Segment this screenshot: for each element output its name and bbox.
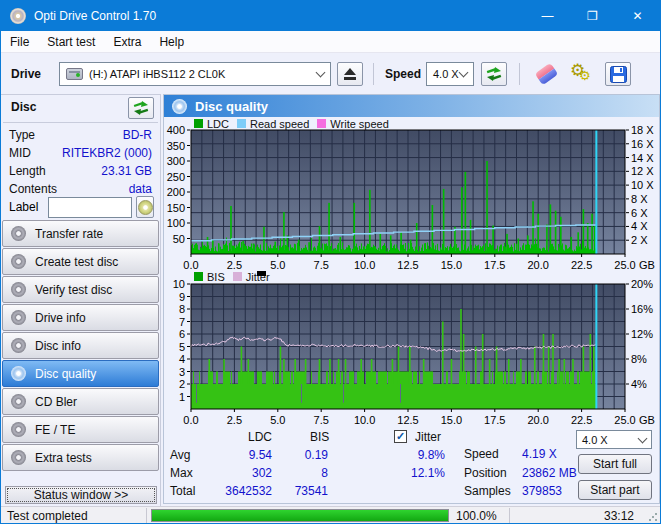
jitter-legend-swatch [233, 272, 242, 281]
samples-stat-value: 379853 [522, 484, 562, 498]
svg-text:4 X: 4 X [631, 220, 648, 232]
status-text: Test completed [7, 508, 88, 524]
refresh-button[interactable] [481, 62, 507, 86]
disc-field-value: 23.31 GB [101, 164, 152, 178]
settings-button[interactable]: ⚙⚙ [567, 61, 597, 87]
drive-icon [66, 68, 83, 80]
sidebar-item-label: Transfer rate [35, 227, 103, 241]
sidebar-item-verify-test-disc[interactable]: Verify test disc [2, 276, 159, 303]
write-speed-legend-swatch [317, 119, 326, 128]
sidebar-item-label: CD Bler [35, 395, 77, 409]
menu-extra[interactable]: Extra [104, 32, 150, 52]
status-window-button[interactable]: Status window >> [5, 486, 157, 504]
resize-grip[interactable] [648, 512, 658, 522]
disc-field-value: RITEKBR2 (000) [62, 146, 152, 160]
cd-icon [11, 254, 26, 269]
close-button[interactable]: ✕ [615, 1, 660, 31]
stat-row-label: Total [170, 484, 195, 498]
start-full-button[interactable]: Start full [578, 454, 652, 474]
toolbar-separator [373, 63, 374, 85]
sidebar-item-label: Disc info [35, 339, 81, 353]
cd-icon [11, 394, 26, 409]
legend-label: Write speed [330, 118, 389, 130]
sidebar-nav: Transfer rateCreate test discVerify test… [1, 219, 160, 471]
cd-icon [11, 226, 26, 241]
menu-help[interactable]: Help [150, 32, 193, 52]
sidebar-item-drive-info[interactable]: Drive info [2, 304, 159, 331]
sidebar-item-extra-tests[interactable]: Extra tests [2, 444, 159, 471]
toolbar-separator [519, 63, 520, 85]
menu-start-test[interactable]: Start test [38, 32, 104, 52]
app-window: Opti Drive Control 1.70 — ❐ ✕ FileStart … [0, 0, 661, 524]
svg-text:5.0: 5.0 [270, 414, 285, 426]
svg-text:15.0: 15.0 [441, 414, 462, 426]
svg-text:2 X: 2 X [631, 234, 648, 246]
bis-chart-plot: 123456789104%8%12%16%20%0.02.55.07.510.0… [164, 270, 659, 427]
svg-text:4%: 4% [631, 378, 647, 390]
eject-icon [344, 68, 356, 75]
svg-text:12 X: 12 X [631, 165, 654, 177]
stat-row-label: Max [170, 466, 193, 480]
svg-text:100: 100 [167, 217, 185, 229]
legend-label: Read speed [250, 118, 309, 130]
sidebar-item-fe-te[interactable]: FE / TE [2, 416, 159, 443]
sidebar-item-cd-bler[interactable]: CD Bler [2, 388, 159, 415]
stat-ldc-value: 9.54 [249, 448, 272, 462]
menu-bar: FileStart testExtraHelp [1, 31, 660, 53]
svg-text:8: 8 [179, 303, 185, 315]
disc-panel: Disc TypeBD-RMIDRITEKBR2 (000)Length23.3… [1, 95, 160, 219]
svg-text:10 X: 10 X [631, 179, 654, 191]
eraser-icon [534, 63, 558, 85]
drive-select[interactable]: (H:) ATAPI iHBS112 2 CL0K [59, 62, 331, 86]
erase-button[interactable] [531, 61, 561, 87]
svg-text:9: 9 [179, 291, 185, 303]
divider [3, 122, 158, 123]
svg-text:350: 350 [167, 140, 185, 152]
menu-file[interactable]: File [1, 32, 38, 52]
svg-text:150: 150 [167, 202, 185, 214]
svg-text:250: 250 [167, 171, 185, 183]
jitter-checkbox[interactable]: ✓ [394, 430, 407, 443]
speed-select[interactable]: 4.0 X [426, 62, 474, 86]
disc-refresh-button[interactable] [128, 97, 154, 119]
elapsed-time: 33:12 [604, 508, 634, 524]
disc-fields: TypeBD-RMIDRITEKBR2 (000)Length23.31 GBC… [9, 126, 152, 198]
sidebar-item-transfer-rate[interactable]: Transfer rate [2, 220, 159, 247]
progress-bar [151, 509, 449, 522]
svg-text:7: 7 [179, 316, 185, 328]
disc-field-label: Type [9, 128, 35, 142]
start-part-button[interactable]: Start part [578, 480, 652, 500]
label-input[interactable] [48, 197, 132, 218]
sidebar-item-label: FE / TE [35, 423, 75, 437]
svg-text:8 X: 8 X [631, 193, 648, 205]
sidebar-item-label: Verify test disc [35, 283, 112, 297]
svg-text:400: 400 [167, 124, 185, 136]
eject-button[interactable] [337, 62, 363, 86]
disc-field-type: TypeBD-R [9, 126, 152, 144]
chevron-down-icon [316, 68, 326, 78]
speed-select-bottom[interactable]: 4.0 X [576, 430, 652, 449]
disc-panel-title: Disc [11, 100, 36, 114]
svg-text:300: 300 [167, 155, 185, 167]
sidebar-item-disc-quality[interactable]: Disc quality [2, 360, 159, 387]
svg-text:22.5: 22.5 [571, 414, 592, 426]
ldc-legend-swatch [194, 119, 203, 128]
jitter-checkbox-label: Jitter [415, 430, 441, 444]
legend-label: LDC [207, 118, 229, 130]
chevron-down-icon [638, 433, 648, 443]
sidebar-item-disc-info[interactable]: Disc info [2, 332, 159, 359]
sidebar-item-label: Extra tests [35, 451, 92, 465]
svg-text:17.5: 17.5 [484, 414, 505, 426]
stat-row-label: Avg [170, 448, 190, 462]
svg-text:GB: GB [639, 414, 655, 426]
maximize-button[interactable]: ❐ [570, 1, 615, 31]
save-button[interactable] [605, 62, 631, 86]
disc-label-button[interactable] [136, 196, 154, 218]
disc-quality-panel: Disc quality LDCRead speedWrite speed 50… [163, 94, 660, 504]
minimize-button[interactable]: — [525, 1, 570, 31]
svg-text:18 X: 18 X [631, 124, 654, 136]
sidebar-item-create-test-disc[interactable]: Create test disc [2, 248, 159, 275]
stats-col-bis: BIS [310, 430, 329, 444]
sidebar: Disc TypeBD-RMIDRITEKBR2 (000)Length23.3… [1, 94, 161, 506]
svg-text:6 X: 6 X [631, 207, 648, 219]
